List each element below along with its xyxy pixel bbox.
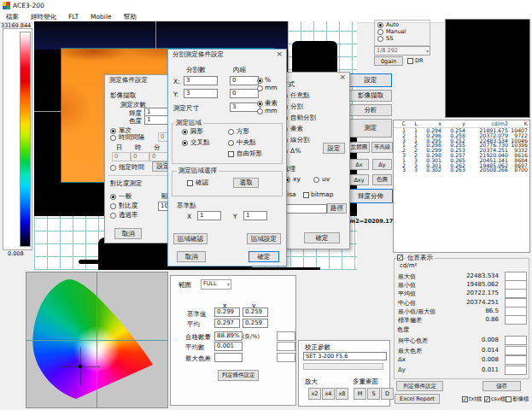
- mean-label: 平均數: [185, 343, 205, 351]
- scheduled-radio[interactable]: [110, 165, 116, 171]
- shutter-dropdown[interactable]: 1/8 292▾: [374, 46, 430, 56]
- interval-radio[interactable]: [110, 135, 116, 141]
- multi-screen-buttons: MSD: [354, 388, 394, 400]
- ref-x-field[interactable]: 0.299: [214, 308, 240, 317]
- mode-set-button[interactable]: 設定: [323, 143, 345, 154]
- multi-screen-button[interactable]: D: [381, 388, 394, 400]
- dr-checkbox[interactable]: [407, 58, 413, 64]
- position-display-checkbox[interactable]: [397, 255, 403, 261]
- camera-preview[interactable]: [445, 19, 530, 118]
- colormap-button[interactable]: 色圖: [372, 174, 392, 185]
- mm-unit-radio[interactable]: [257, 108, 263, 114]
- pick-button[interactable]: 選取: [233, 178, 259, 188]
- csv-checkbox[interactable]: [484, 396, 490, 402]
- delta-y-button[interactable]: Δy: [372, 159, 392, 170]
- table-column-header: C: [394, 120, 406, 127]
- avg-x-field[interactable]: 0.297: [214, 319, 240, 328]
- crosshair-h-line: [34, 111, 61, 112]
- maxdiff-field: [214, 353, 243, 362]
- table-column-header: y: [441, 120, 465, 127]
- uv-radio[interactable]: [313, 177, 319, 183]
- contour-button[interactable]: 等高線: [371, 142, 393, 153]
- stat-label: 最大色差: [398, 347, 422, 355]
- solid-view-button[interactable]: 立體圖: [348, 142, 370, 153]
- free-rect-checkbox[interactable]: [228, 151, 234, 157]
- analyze-button[interactable]: 分析: [349, 104, 392, 116]
- any-point-label: 任意點: [290, 91, 310, 99]
- cross-radio[interactable]: [182, 140, 188, 146]
- split-cancel-button[interactable]: 取消: [177, 251, 206, 262]
- path-button[interactable]: 路徑: [327, 203, 347, 214]
- mm-radio[interactable]: [257, 85, 263, 91]
- delta-xy-button[interactable]: Δxy: [349, 174, 369, 185]
- ss-radio[interactable]: [377, 36, 383, 42]
- bitmap-checkbox[interactable]: [303, 192, 309, 198]
- x-div-field[interactable]: 3: [184, 76, 218, 85]
- cie-diagram-panel[interactable]: [26, 272, 168, 408]
- split-dialog-close-icon[interactable]: ×: [276, 50, 283, 58]
- base-x-label: X: [187, 213, 191, 220]
- range-judge-button[interactable]: 判定條件設定: [218, 370, 259, 381]
- pct-radio[interactable]: [257, 78, 263, 84]
- manual-radio[interactable]: [377, 29, 383, 35]
- zoom-button[interactable]: x2: [308, 388, 321, 400]
- mode-ok-button[interactable]: 確定: [304, 232, 340, 243]
- square-radio[interactable]: [228, 129, 234, 135]
- delta-x-button[interactable]: Δx: [349, 159, 369, 170]
- measure-cond-cancel-button[interactable]: 取消: [114, 228, 142, 239]
- excel-report-button[interactable]: Excel Report: [395, 394, 440, 404]
- multi-screen-button[interactable]: M: [354, 388, 366, 400]
- single-radio[interactable]: [110, 128, 116, 134]
- avg-label: 平均: [187, 320, 200, 328]
- txt-checkbox[interactable]: [462, 396, 468, 402]
- area-set-button[interactable]: 區域設定: [247, 233, 281, 244]
- stat-value: 86.5: [485, 308, 499, 314]
- maxdiff-label: 最大色差: [185, 354, 211, 362]
- y-inset-field[interactable]: 0: [230, 89, 259, 98]
- circle-radio[interactable]: [182, 129, 188, 135]
- size-field[interactable]: 3: [230, 102, 260, 112]
- y-div-field[interactable]: 3: [184, 89, 218, 98]
- measure-button[interactable]: 測定: [349, 119, 392, 138]
- unit-readout: /m2=20209.176: [348, 218, 397, 226]
- mode-dialog-close-icon[interactable]: ×: [339, 73, 346, 81]
- area-confirm-button[interactable]: 區域確認: [173, 233, 208, 244]
- capture-button[interactable]: 影像擷取: [349, 90, 392, 102]
- zero-gain-button[interactable]: 0gain: [374, 56, 403, 66]
- settings-button[interactable]: 設定: [349, 73, 392, 87]
- luminance-stats: 最大值22483.534最小值19485.062平均值20722.175中心值2…: [395, 272, 528, 324]
- x-inset-field[interactable]: 0: [230, 76, 259, 85]
- stat-value: 20722.175: [466, 290, 499, 296]
- zoom-button[interactable]: x4: [322, 388, 335, 400]
- base-x-field[interactable]: 1: [197, 211, 221, 220]
- transmit-radio[interactable]: [110, 213, 116, 219]
- center-point-radio[interactable]: [228, 140, 234, 146]
- avg-y-field[interactable]: 0.259: [243, 319, 268, 328]
- auto-radio[interactable]: [377, 22, 383, 28]
- contrast-radio[interactable]: [110, 203, 116, 209]
- day-field: 0: [112, 152, 131, 161]
- save-button[interactable]: 儲存: [482, 381, 521, 391]
- range-label: 範圍: [178, 281, 191, 289]
- zoom-button[interactable]: x8: [336, 388, 348, 400]
- normal-radio[interactable]: [110, 194, 116, 200]
- luminance-dist-button[interactable]: 輝度分佈: [348, 189, 393, 203]
- interval-label: 時間間隔: [119, 133, 144, 141]
- image-file-checkbox[interactable]: [506, 396, 512, 402]
- confirm-checkbox[interactable]: [187, 180, 193, 186]
- menu-item[interactable]: 檔案: [0, 11, 25, 22]
- multi-screen-button[interactable]: S: [367, 388, 380, 400]
- judge-settings-button[interactable]: 判定條件設定: [396, 381, 443, 391]
- base-y-field[interactable]: 1: [243, 211, 267, 220]
- split-ok-button[interactable]: 確定: [248, 251, 279, 262]
- measure-table-body: 110.2940.25421891.67510407210.2960.25820…: [394, 128, 529, 173]
- div-count-label: 分割數: [186, 66, 206, 73]
- stat-value: 0.008: [482, 356, 499, 363]
- ref-y-field[interactable]: 0.259: [243, 308, 268, 317]
- table-column-header: L: [406, 120, 418, 127]
- stat-status-box: [505, 315, 527, 325]
- range-dropdown[interactable]: FULL▾: [201, 279, 231, 290]
- pass-field: 88.89%: [214, 331, 243, 341]
- table-row[interactable]: 330.3020.26320508.2668700: [394, 167, 529, 173]
- pixel-unit-radio[interactable]: [257, 101, 263, 107]
